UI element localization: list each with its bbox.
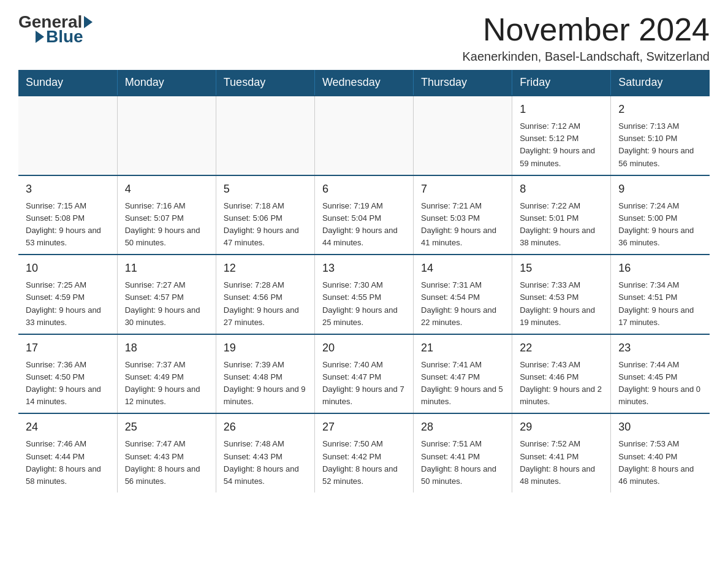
day-number: 7 bbox=[421, 181, 504, 197]
calendar-cell: 3Sunrise: 7:15 AMSunset: 5:08 PMDaylight… bbox=[18, 175, 117, 255]
calendar-cell: 21Sunrise: 7:41 AMSunset: 4:47 PMDayligh… bbox=[414, 334, 512, 414]
calendar-cell: 18Sunrise: 7:37 AMSunset: 4:49 PMDayligh… bbox=[117, 334, 216, 414]
calendar-cell: 17Sunrise: 7:36 AMSunset: 4:50 PMDayligh… bbox=[18, 334, 117, 414]
day-info: Sunrise: 7:53 AMSunset: 4:40 PMDaylight:… bbox=[618, 438, 702, 488]
calendar-cell: 7Sunrise: 7:21 AMSunset: 5:03 PMDaylight… bbox=[414, 175, 512, 255]
day-info: Sunrise: 7:27 AMSunset: 4:57 PMDaylight:… bbox=[125, 279, 208, 329]
day-number: 21 bbox=[421, 340, 504, 356]
day-info: Sunrise: 7:16 AMSunset: 5:07 PMDaylight:… bbox=[125, 200, 208, 250]
day-number: 2 bbox=[618, 101, 702, 118]
calendar-cell: 12Sunrise: 7:28 AMSunset: 4:56 PMDayligh… bbox=[216, 255, 314, 334]
header-day-saturday: Saturday bbox=[611, 70, 710, 96]
day-info: Sunrise: 7:18 AMSunset: 5:06 PMDaylight:… bbox=[224, 200, 307, 250]
calendar-cell: 11Sunrise: 7:27 AMSunset: 4:57 PMDayligh… bbox=[117, 255, 216, 334]
calendar-cell: 30Sunrise: 7:53 AMSunset: 4:40 PMDayligh… bbox=[611, 413, 710, 492]
day-number: 30 bbox=[618, 419, 702, 435]
day-info: Sunrise: 7:21 AMSunset: 5:03 PMDaylight:… bbox=[421, 200, 504, 250]
day-info: Sunrise: 7:28 AMSunset: 4:56 PMDaylight:… bbox=[224, 279, 307, 329]
calendar-cell: 10Sunrise: 7:25 AMSunset: 4:59 PMDayligh… bbox=[18, 255, 117, 334]
day-number: 24 bbox=[26, 419, 110, 435]
calendar-cell: 15Sunrise: 7:33 AMSunset: 4:53 PMDayligh… bbox=[512, 255, 611, 334]
header-row: SundayMondayTuesdayWednesdayThursdayFrid… bbox=[18, 70, 710, 96]
day-info: Sunrise: 7:52 AMSunset: 4:41 PMDaylight:… bbox=[520, 438, 603, 488]
logo-arrow2-icon bbox=[36, 31, 44, 43]
day-number: 1 bbox=[520, 101, 603, 118]
day-number: 28 bbox=[421, 419, 504, 435]
day-number: 14 bbox=[421, 260, 504, 277]
title-area: November 2024 Kaenerkinden, Basel-Landsc… bbox=[462, 12, 710, 64]
day-info: Sunrise: 7:48 AMSunset: 4:43 PMDaylight:… bbox=[224, 438, 307, 488]
day-number: 15 bbox=[520, 260, 603, 277]
calendar-cell: 23Sunrise: 7:44 AMSunset: 4:45 PMDayligh… bbox=[611, 334, 710, 414]
header-day-monday: Monday bbox=[117, 70, 216, 96]
day-info: Sunrise: 7:12 AMSunset: 5:12 PMDaylight:… bbox=[520, 120, 603, 170]
calendar-cell: 2Sunrise: 7:13 AMSunset: 5:10 PMDaylight… bbox=[611, 96, 710, 175]
calendar-cell: 1Sunrise: 7:12 AMSunset: 5:12 PMDaylight… bbox=[512, 96, 611, 175]
day-info: Sunrise: 7:46 AMSunset: 4:44 PMDaylight:… bbox=[26, 438, 110, 488]
day-number: 19 bbox=[224, 340, 307, 356]
calendar-cell: 4Sunrise: 7:16 AMSunset: 5:07 PMDaylight… bbox=[117, 175, 216, 255]
day-info: Sunrise: 7:22 AMSunset: 5:01 PMDaylight:… bbox=[520, 200, 603, 250]
logo: General Blue bbox=[18, 12, 94, 47]
logo-arrow-icon bbox=[84, 16, 93, 28]
calendar-cell: 27Sunrise: 7:50 AMSunset: 4:42 PMDayligh… bbox=[314, 413, 413, 492]
day-info: Sunrise: 7:24 AMSunset: 5:00 PMDaylight:… bbox=[618, 200, 702, 250]
day-number: 27 bbox=[322, 419, 406, 435]
calendar-cell: 28Sunrise: 7:51 AMSunset: 4:41 PMDayligh… bbox=[414, 413, 512, 492]
day-number: 18 bbox=[125, 340, 208, 356]
day-number: 29 bbox=[520, 419, 603, 435]
header-day-friday: Friday bbox=[512, 70, 611, 96]
day-number: 4 bbox=[125, 181, 208, 197]
day-info: Sunrise: 7:43 AMSunset: 4:46 PMDaylight:… bbox=[520, 359, 603, 408]
calendar-cell: 24Sunrise: 7:46 AMSunset: 4:44 PMDayligh… bbox=[18, 413, 117, 492]
header-day-wednesday: Wednesday bbox=[314, 70, 413, 96]
calendar-cell: 8Sunrise: 7:22 AMSunset: 5:01 PMDaylight… bbox=[512, 175, 611, 255]
day-info: Sunrise: 7:31 AMSunset: 4:54 PMDaylight:… bbox=[421, 279, 504, 329]
day-info: Sunrise: 7:13 AMSunset: 5:10 PMDaylight:… bbox=[618, 120, 702, 170]
calendar-cell: 22Sunrise: 7:43 AMSunset: 4:46 PMDayligh… bbox=[512, 334, 611, 414]
calendar-cell: 26Sunrise: 7:48 AMSunset: 4:43 PMDayligh… bbox=[216, 413, 314, 492]
calendar-cell: 29Sunrise: 7:52 AMSunset: 4:41 PMDayligh… bbox=[512, 413, 611, 492]
day-info: Sunrise: 7:51 AMSunset: 4:41 PMDaylight:… bbox=[421, 438, 504, 488]
calendar-cell bbox=[117, 96, 216, 175]
subtitle: Kaenerkinden, Basel-Landschaft, Switzerl… bbox=[462, 50, 710, 64]
day-number: 3 bbox=[26, 181, 110, 197]
header-day-tuesday: Tuesday bbox=[216, 70, 314, 96]
calendar-cell: 6Sunrise: 7:19 AMSunset: 5:04 PMDaylight… bbox=[314, 175, 413, 255]
day-info: Sunrise: 7:30 AMSunset: 4:55 PMDaylight:… bbox=[322, 279, 406, 329]
day-info: Sunrise: 7:37 AMSunset: 4:49 PMDaylight:… bbox=[125, 359, 208, 408]
day-number: 23 bbox=[618, 340, 702, 356]
day-info: Sunrise: 7:19 AMSunset: 5:04 PMDaylight:… bbox=[322, 200, 406, 250]
page-title: November 2024 bbox=[462, 12, 710, 47]
header-day-thursday: Thursday bbox=[414, 70, 512, 96]
day-number: 20 bbox=[322, 340, 406, 356]
day-info: Sunrise: 7:34 AMSunset: 4:51 PMDaylight:… bbox=[618, 279, 702, 329]
day-info: Sunrise: 7:41 AMSunset: 4:47 PMDaylight:… bbox=[421, 359, 504, 408]
calendar-cell: 25Sunrise: 7:47 AMSunset: 4:43 PMDayligh… bbox=[117, 413, 216, 492]
calendar-body: 1Sunrise: 7:12 AMSunset: 5:12 PMDaylight… bbox=[18, 96, 710, 492]
day-number: 26 bbox=[224, 419, 307, 435]
calendar: SundayMondayTuesdayWednesdayThursdayFrid… bbox=[18, 70, 710, 492]
day-number: 16 bbox=[618, 260, 702, 277]
day-number: 22 bbox=[520, 340, 603, 356]
calendar-cell bbox=[216, 96, 314, 175]
day-number: 9 bbox=[618, 181, 702, 197]
header-day-sunday: Sunday bbox=[18, 70, 117, 96]
calendar-cell bbox=[18, 96, 117, 175]
calendar-cell: 14Sunrise: 7:31 AMSunset: 4:54 PMDayligh… bbox=[414, 255, 512, 334]
day-info: Sunrise: 7:25 AMSunset: 4:59 PMDaylight:… bbox=[26, 279, 110, 329]
day-info: Sunrise: 7:33 AMSunset: 4:53 PMDaylight:… bbox=[520, 279, 603, 329]
logo-blue-text: Blue bbox=[46, 27, 83, 47]
calendar-cell bbox=[414, 96, 512, 175]
day-number: 13 bbox=[322, 260, 406, 277]
calendar-cell: 19Sunrise: 7:39 AMSunset: 4:48 PMDayligh… bbox=[216, 334, 314, 414]
day-number: 11 bbox=[125, 260, 208, 277]
day-info: Sunrise: 7:39 AMSunset: 4:48 PMDaylight:… bbox=[224, 359, 307, 408]
calendar-week-1: 1Sunrise: 7:12 AMSunset: 5:12 PMDaylight… bbox=[18, 96, 710, 175]
calendar-cell: 5Sunrise: 7:18 AMSunset: 5:06 PMDaylight… bbox=[216, 175, 314, 255]
day-number: 6 bbox=[322, 181, 406, 197]
day-info: Sunrise: 7:36 AMSunset: 4:50 PMDaylight:… bbox=[26, 359, 110, 408]
calendar-week-4: 17Sunrise: 7:36 AMSunset: 4:50 PMDayligh… bbox=[18, 334, 710, 414]
calendar-cell: 13Sunrise: 7:30 AMSunset: 4:55 PMDayligh… bbox=[314, 255, 413, 334]
day-info: Sunrise: 7:44 AMSunset: 4:45 PMDaylight:… bbox=[618, 359, 702, 408]
